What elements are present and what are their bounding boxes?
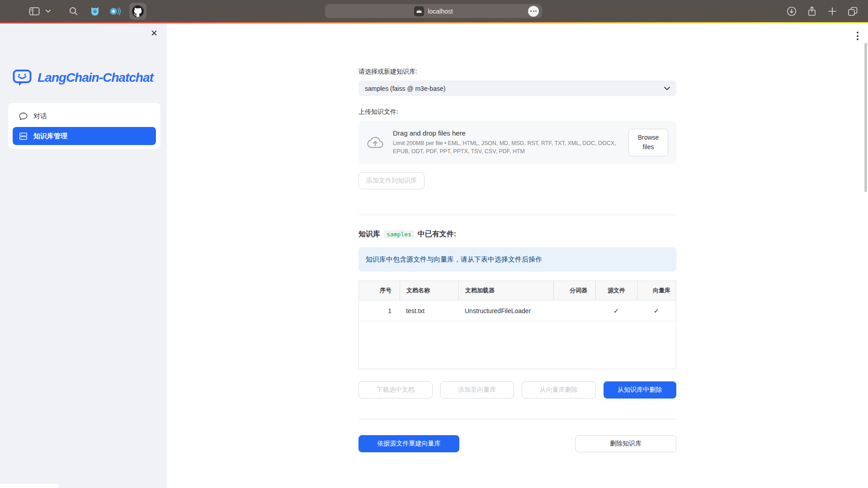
cell-doc-name: test.txt	[400, 300, 458, 321]
uploader-text: Drag and drop files here Limit 200MB per…	[393, 129, 620, 155]
divider	[359, 419, 676, 419]
bottom-left-strip	[0, 484, 58, 488]
file-uploader-dropzone[interactable]: Drag and drop files here Limit 200MB per…	[359, 121, 676, 164]
logo-chat-bubble-icon	[13, 69, 33, 87]
column-header: 向量库	[637, 281, 676, 300]
sidebar-toggle-icon[interactable]	[26, 3, 42, 19]
chevron-down-icon	[664, 87, 670, 90]
column-header: 序号	[359, 281, 400, 300]
heading-suffix: 中已有文件:	[418, 230, 456, 239]
column-header: 源文件	[595, 281, 637, 300]
cell-source-check: ✓	[595, 300, 637, 321]
file-actions: 下载选中文档 添加至向量库 从向量库删除 从知识库中删除	[359, 381, 676, 399]
column-header: 文档加载器	[458, 281, 553, 300]
delete-kb-button[interactable]: 删除知识库	[575, 435, 676, 452]
extensions-menu-icon[interactable]	[528, 6, 539, 17]
cell-vector-check: ✓	[637, 300, 676, 321]
kb-select[interactable]: samples (faiss @ m3e-base)	[359, 80, 676, 96]
main-menu-icon[interactable]	[855, 30, 860, 42]
info-alert: 知识库中包含源文件与向量库，请从下表中选择文件后操作	[359, 247, 676, 272]
kb-select-label: 请选择或新建知识库:	[359, 68, 676, 76]
downloads-icon[interactable]	[783, 3, 800, 19]
kb-actions: 依据源文件重建向量库 删除知识库	[359, 435, 676, 452]
upload-label: 上传知识文件:	[359, 108, 676, 116]
divider	[359, 215, 676, 215]
address-bar-url: localhost	[428, 8, 453, 15]
upload-cloud-icon	[366, 135, 385, 150]
scrollbar-thumb[interactable]	[864, 43, 867, 192]
circles-extension-icon[interactable]	[107, 3, 123, 19]
delete-from-vector-store-button[interactable]: 从向量库删除	[522, 381, 596, 399]
table-empty-area	[359, 321, 676, 369]
search-icon[interactable]	[65, 3, 81, 19]
kb-files-heading: 知识库 samples 中已有文件:	[359, 230, 676, 239]
cell-index: 1	[359, 300, 400, 321]
app-logo: LangChain-Chatchat	[13, 69, 167, 87]
table-header-row: 序号 文档名称 文档加载器 分词器 源文件 向量库	[359, 281, 676, 300]
browser-toolbar: localhost	[0, 0, 868, 22]
cell-loader: UnstructuredFileLoader	[458, 300, 553, 321]
browse-files-button[interactable]: Browse files	[628, 129, 668, 156]
delete-from-kb-button[interactable]: 从知识库中删除	[604, 381, 677, 399]
site-favicon-icon	[414, 6, 424, 16]
kb-select-value: samples (faiss @ m3e-base)	[365, 85, 445, 92]
tab-overview-icon[interactable]	[844, 3, 861, 19]
new-tab-icon[interactable]	[824, 3, 840, 19]
sidebar-close-icon[interactable]: ✕	[151, 29, 158, 38]
column-header: 分词器	[553, 281, 595, 300]
files-table: 序号 文档名称 文档加载器 分词器 源文件 向量库 1 test.txt Uns…	[359, 281, 676, 369]
sidebar-item-kb-management[interactable]: 知识库管理	[13, 127, 156, 145]
kb-name-code: samples	[384, 230, 414, 239]
sidebar-item-chat[interactable]: 对话	[13, 107, 156, 125]
sidebar-item-label: 对话	[33, 112, 47, 121]
chat-bubble-icon	[19, 112, 28, 121]
share-icon[interactable]	[804, 3, 820, 19]
table-row[interactable]: 1 test.txt UnstructuredFileLoader ✓ ✓	[359, 300, 676, 321]
uploader-title: Drag and drop files here	[393, 129, 620, 137]
sidebar: ✕ LangChain-Chatchat 对话 知识库管理	[0, 23, 167, 488]
uploader-hint: Limit 200MB per file • EML, HTML, JSON, …	[393, 139, 620, 155]
rebuild-vector-store-button[interactable]: 依据源文件重建向量库	[359, 435, 459, 452]
github-extension-icon[interactable]	[129, 3, 146, 20]
address-bar[interactable]: localhost	[325, 4, 542, 18]
heading-prefix: 知识库	[359, 230, 380, 239]
download-selected-button[interactable]: 下载选中文档	[359, 381, 433, 399]
add-files-button[interactable]: 添加文件到知识库	[359, 172, 425, 189]
page-content: 请选择或新建知识库: samples (faiss @ m3e-base) 上传…	[359, 23, 676, 452]
logo-text: LangChain-Chatchat	[38, 70, 153, 85]
sidebar-item-label: 知识库管理	[33, 132, 67, 141]
database-stack-icon	[19, 131, 28, 141]
main-content: 请选择或新建知识库: samples (faiss @ m3e-base) 上传…	[167, 23, 868, 488]
chevron-down-icon[interactable]	[42, 3, 53, 19]
column-header: 文档名称	[400, 281, 458, 300]
sidebar-nav: 对话 知识库管理	[8, 103, 160, 149]
cat-extension-icon[interactable]	[87, 3, 103, 19]
add-to-vector-store-button[interactable]: 添加至向量库	[440, 381, 514, 399]
cell-splitter	[553, 300, 595, 321]
